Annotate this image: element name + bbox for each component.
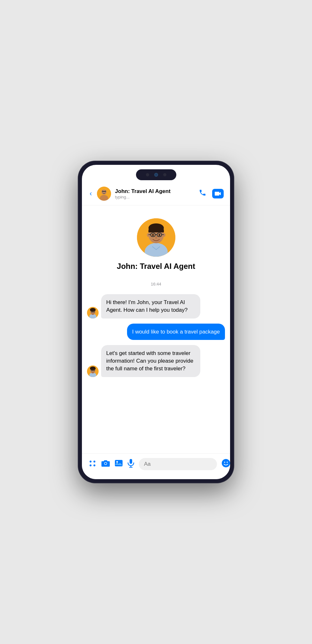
photo-button[interactable]: [115, 459, 123, 469]
svg-point-33: [90, 366, 96, 370]
svg-point-44: [116, 461, 118, 463]
profile-section: John: Travel AI Agent: [87, 212, 225, 274]
island-dot-left: [146, 173, 149, 176]
camera-button[interactable]: [101, 459, 110, 469]
svg-point-40: [93, 464, 95, 466]
phone-shell: ‹ John: Travel AI Agent: [78, 161, 234, 483]
svg-point-4: [103, 191, 104, 192]
svg-rect-45: [130, 459, 132, 464]
svg-point-37: [90, 461, 92, 463]
svg-point-38: [93, 461, 95, 463]
video-call-button[interactable]: [212, 189, 224, 198]
profile-avatar-large: [137, 218, 175, 257]
message-timestamp: 16:44: [87, 279, 225, 289]
agent-avatar-2: [87, 366, 99, 377]
typing-status: typing...: [115, 195, 195, 199]
bottom-toolbar: [82, 453, 230, 479]
message-row-received-1: Hi there! I'm John, your Travel AI Agent…: [87, 294, 225, 318]
apps-button[interactable]: [88, 459, 97, 469]
island-camera: [154, 173, 158, 177]
emoji-button[interactable]: [221, 459, 230, 470]
svg-point-26: [90, 308, 96, 312]
svg-point-21: [158, 234, 160, 236]
back-button[interactable]: ‹: [88, 188, 93, 199]
contact-name: John: Travel AI Agent: [115, 188, 195, 195]
svg-point-50: [227, 462, 228, 463]
message-row-sent-1: I would like to book a travel package: [87, 324, 225, 340]
message-row-received-2: Let's get started with some traveler inf…: [87, 345, 225, 377]
message-bubble-sent-1: I would like to book a travel package: [127, 324, 225, 340]
svg-point-20: [152, 234, 154, 236]
island-dot-right: [163, 173, 166, 176]
mic-button[interactable]: [127, 459, 134, 470]
chat-area: John: Travel AI Agent 16:44: [82, 205, 230, 453]
svg-rect-43: [115, 460, 123, 466]
message-input[interactable]: [139, 458, 217, 470]
svg-point-48: [222, 459, 230, 467]
phone-call-button[interactable]: [199, 189, 206, 198]
svg-point-42: [105, 463, 107, 464]
header-info: John: Travel AI Agent typing...: [115, 188, 195, 199]
svg-point-49: [224, 462, 225, 463]
profile-name: John: Travel AI Agent: [117, 262, 195, 271]
dynamic-island: [136, 169, 176, 180]
header-avatar: [97, 187, 111, 201]
agent-avatar-1: [87, 307, 99, 318]
message-bubble-received-1: Hi there! I'm John, your Travel AI Agent…: [101, 294, 200, 318]
svg-point-5: [105, 191, 106, 192]
header-actions: [199, 189, 224, 198]
svg-point-39: [90, 464, 92, 466]
phone-screen: ‹ John: Travel AI Agent: [82, 165, 230, 479]
svg-point-22: [155, 236, 157, 239]
message-bubble-received-2: Let's get started with some traveler inf…: [101, 345, 200, 377]
